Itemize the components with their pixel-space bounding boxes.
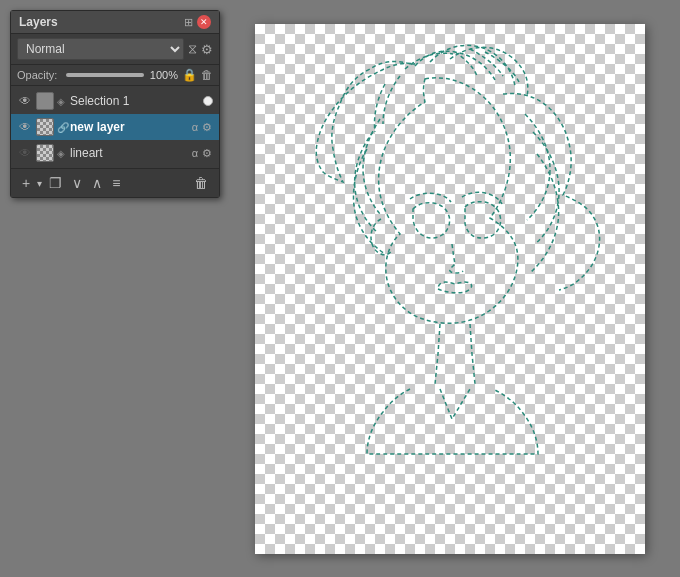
opacity-lock-icon[interactable]: 🔒 [182, 68, 197, 82]
move-layer-down-button[interactable]: ∨ [69, 173, 85, 193]
layer-settings-icon[interactable]: ⚙ [201, 146, 213, 161]
add-layer-dropdown[interactable]: ▾ [37, 178, 42, 189]
layer-item-lineart[interactable]: 👁 ◈ lineart α ⚙ [11, 140, 219, 166]
layer-chain-icon: ◈ [57, 148, 67, 159]
delete-layer-button[interactable]: 🗑 [191, 173, 211, 193]
opacity-value: 100% [148, 69, 178, 81]
layer-visibility-icon[interactable]: 👁 [17, 93, 33, 109]
canvas-svg [255, 24, 645, 554]
layer-thumbnail [36, 92, 54, 110]
panel-menu-icon[interactable]: ⊞ [184, 16, 193, 29]
layer-actions: α ⚙ [191, 146, 213, 161]
panel-close-button[interactable]: ✕ [197, 15, 211, 29]
layer-alpha-icon[interactable]: α [191, 146, 199, 160]
layer-properties-button[interactable]: ≡ [109, 173, 123, 193]
panel-header-icons: ⊞ ✕ [184, 15, 211, 29]
layer-item-selection1[interactable]: 👁 ◈ Selection 1 [11, 88, 219, 114]
layer-type-icon: ◈ [57, 96, 67, 107]
layer-item-newlayer[interactable]: 👁 🔗 new layer α ⚙ [11, 114, 219, 140]
duplicate-layer-button[interactable]: ❐ [46, 173, 65, 193]
opacity-delete-icon[interactable]: 🗑 [201, 68, 213, 82]
layers-panel: Layers ⊞ ✕ Normal ⧖ ⚙ Opacity: 100% 🔒 🗑 … [10, 10, 220, 198]
layer-chain-icon: 🔗 [57, 122, 67, 133]
toolbar-left-group: + ▾ ❐ ∨ ∧ ≡ [19, 173, 123, 193]
panel-toolbar: + ▾ ❐ ∨ ∧ ≡ 🗑 [11, 168, 219, 197]
layer-actions: α ⚙ [191, 120, 213, 135]
layers-list: 👁 ◈ Selection 1 👁 🔗 new layer α ⚙ 👁 ◈ li… [11, 86, 219, 168]
canvas-area [230, 10, 670, 567]
layer-dot [203, 96, 213, 106]
opacity-row: Opacity: 100% 🔒 🗑 [11, 65, 219, 86]
layer-thumbnail [36, 144, 54, 162]
opacity-slider[interactable] [66, 73, 144, 77]
layer-thumbnail [36, 118, 54, 136]
layer-visibility-icon[interactable]: 👁 [17, 145, 33, 161]
layer-name: Selection 1 [70, 94, 200, 108]
add-layer-button[interactable]: + [19, 173, 33, 193]
mode-row: Normal ⧖ ⚙ [11, 34, 219, 65]
settings-icon[interactable]: ⚙ [201, 42, 213, 57]
blend-mode-select[interactable]: Normal [17, 38, 184, 60]
layer-visibility-icon[interactable]: 👁 [17, 119, 33, 135]
canvas-container [255, 24, 645, 554]
layer-settings-icon[interactable]: ⚙ [201, 120, 213, 135]
layer-alpha-lock-icon[interactable]: α [191, 120, 199, 134]
move-layer-up-button[interactable]: ∧ [89, 173, 105, 193]
filter-icon[interactable]: ⧖ [188, 41, 197, 57]
panel-title: Layers [19, 15, 58, 29]
panel-header: Layers ⊞ ✕ [11, 11, 219, 34]
layer-name: lineart [70, 146, 188, 160]
opacity-label: Opacity: [17, 69, 62, 81]
layer-name: new layer [70, 120, 188, 134]
